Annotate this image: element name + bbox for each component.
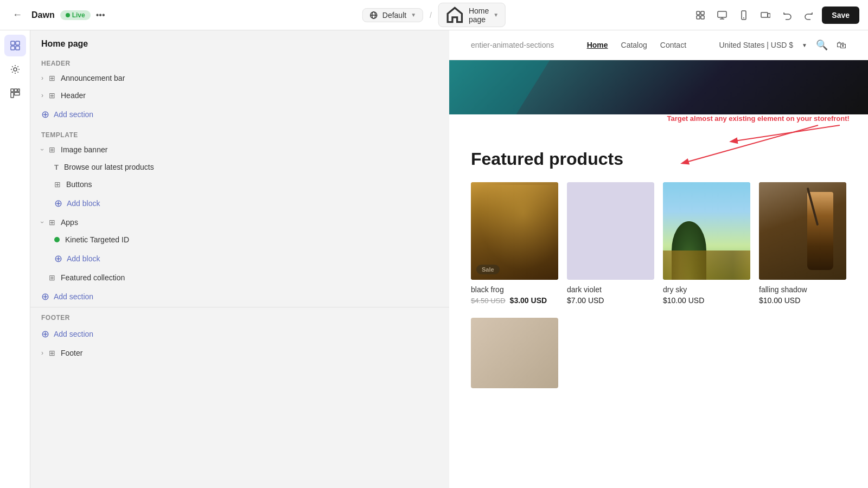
grid-icon7: ⊞ xyxy=(49,349,55,357)
price-falling-shadow: $10.00 USD xyxy=(759,296,800,305)
main-layout: Home page Header › ⊞ Announcement bar › … xyxy=(0,30,868,488)
chevron-right-icon2: › xyxy=(41,92,43,99)
price-dark-violet: $7.00 USD xyxy=(567,296,604,305)
product-prices-falling-shadow: $10.00 USD xyxy=(759,296,846,305)
green-dot-icon xyxy=(54,237,60,242)
featured-collection-label: Featured collection xyxy=(61,273,438,282)
sidebar-item-footer[interactable]: › ⊞ Footer xyxy=(30,344,449,362)
price-dry-sky: $10.00 USD xyxy=(663,296,704,305)
footer-group-label: Footer xyxy=(30,307,449,324)
svg-rect-14 xyxy=(11,41,15,45)
price-sale-black-frog: $3.00 USD xyxy=(510,296,547,305)
image-banner-add-block-button[interactable]: ⊕ Add block xyxy=(30,193,449,214)
search-icon[interactable]: 🔍 xyxy=(816,39,828,51)
home-page-label: Home page xyxy=(469,7,489,24)
svg-line-24 xyxy=(731,125,840,142)
product-prices-dark-violet: $7.00 USD xyxy=(567,296,654,305)
more-button[interactable]: ••• xyxy=(96,10,105,20)
globe-icon xyxy=(369,11,378,20)
svg-point-18 xyxy=(14,68,17,71)
sections-icon xyxy=(10,40,21,51)
product-name-dark-violet: dark violet xyxy=(567,285,654,294)
header-add-section-button[interactable]: ⊕ Add section xyxy=(30,104,449,125)
product-card-black-frog[interactable]: Sale black frog $4.50 USD $3.00 USD xyxy=(471,182,558,305)
grid-icon: ⊞ xyxy=(49,74,55,82)
mobile-icon xyxy=(739,10,749,20)
customize-icon-button[interactable] xyxy=(692,7,709,24)
grid-icon5: ⊞ xyxy=(49,218,55,227)
product-card-dry-sky[interactable]: dry sky $10.00 USD xyxy=(663,182,750,305)
store-nav-links: Home Catalog Contact xyxy=(587,41,686,49)
sidebar-item-kinetic[interactable]: Kinetic Targeted ID xyxy=(30,231,449,248)
sidebar-item-image-banner[interactable]: › ⊞ Image banner xyxy=(30,141,449,158)
products-second-row xyxy=(471,318,846,388)
redo-button[interactable] xyxy=(800,7,818,24)
devices-button[interactable] xyxy=(757,7,774,24)
default-selector[interactable]: Default ▼ xyxy=(362,8,423,22)
topbar: ← Dawn Live ••• Default ▼ / Home page ▼ xyxy=(0,0,868,30)
nav-link-home[interactable]: Home xyxy=(587,41,608,49)
template-group-label: Template xyxy=(30,125,449,141)
sections-rail-icon[interactable] xyxy=(4,35,26,56)
svg-point-11 xyxy=(743,17,744,18)
price-original-black-frog: $4.50 USD xyxy=(471,297,506,305)
product-card-bottom-1[interactable] xyxy=(471,318,558,388)
theme-name: Dawn xyxy=(31,10,55,20)
product-image-bottom-1 xyxy=(471,318,558,388)
footer-add-section-button[interactable]: ⊕ Add section xyxy=(30,324,449,344)
store-brand: entier-animated-sections xyxy=(471,41,554,49)
product-image-dark-violet xyxy=(567,182,654,280)
apps-rail-icon[interactable] xyxy=(4,82,26,104)
settings-rail-icon[interactable] xyxy=(4,59,26,80)
products-grid: Sale black frog $4.50 USD $3.00 USD dark… xyxy=(471,182,846,305)
product-card-falling-shadow[interactable]: falling shadow $10.00 USD xyxy=(759,182,846,305)
homepage-selector[interactable]: Home page ▼ xyxy=(438,3,506,27)
undo-button[interactable] xyxy=(778,7,796,24)
chevron-down-icon: ▼ xyxy=(411,12,416,18)
sidebar-title: Home page xyxy=(30,30,449,53)
product-name-black-frog: black frog xyxy=(471,285,558,294)
buttons-label: Buttons xyxy=(66,180,438,189)
header-add-section-label: Add section xyxy=(54,110,93,119)
apps-add-block-button[interactable]: ⊕ Add block xyxy=(30,248,449,269)
region-label: United States | USD $ xyxy=(719,41,793,49)
plus-icon4: ⊕ xyxy=(41,291,49,303)
save-button[interactable]: Save xyxy=(822,7,859,24)
sidebar-item-buttons[interactable]: ⊞ Buttons xyxy=(30,176,449,193)
browse-label: Browse our latest products xyxy=(64,163,438,171)
sidebar-item-featured-collection[interactable]: ⊞ Featured collection xyxy=(30,269,449,286)
sidebar-item-announcement-bar[interactable]: › ⊞ Announcement bar xyxy=(30,69,449,87)
customize-icon xyxy=(695,10,705,20)
product-image-falling-shadow xyxy=(759,182,846,280)
nav-link-contact[interactable]: Contact xyxy=(660,41,686,49)
sidebar-item-apps[interactable]: › ⊞ Apps xyxy=(30,214,449,231)
nav-link-catalog[interactable]: Catalog xyxy=(621,41,647,49)
chevron-down-icon2: ▼ xyxy=(493,12,499,18)
add-block-label: Add block xyxy=(67,199,100,208)
home-icon xyxy=(445,5,464,24)
redo-icon xyxy=(804,10,814,20)
svg-rect-7 xyxy=(718,11,726,17)
back-button[interactable]: ← xyxy=(9,7,26,24)
chevron-down-icon4: › xyxy=(39,221,46,223)
svg-rect-23 xyxy=(14,93,20,95)
apps-icon xyxy=(10,88,21,99)
multi-device-icon xyxy=(761,10,770,20)
featured-products-title: Featured products xyxy=(471,149,846,169)
topbar-left: ← Dawn Live ••• xyxy=(9,7,105,24)
sidebar-item-browse-text[interactable]: T Browse our latest products xyxy=(30,158,449,176)
product-name-dry-sky: dry sky xyxy=(663,285,750,294)
template-add-section-button[interactable]: ⊕ Add section xyxy=(30,286,449,307)
footer-label: Footer xyxy=(61,349,438,357)
product-card-dark-violet[interactable]: dark violet $7.00 USD xyxy=(567,182,654,305)
cart-icon[interactable]: 🛍 xyxy=(837,40,846,51)
sidebar-item-header[interactable]: › ⊞ Header xyxy=(30,87,449,104)
mobile-view-button[interactable] xyxy=(735,7,752,24)
product-prices-dry-sky: $10.00 USD xyxy=(663,296,750,305)
store-preview: entier-animated-sections Home Catalog Co… xyxy=(449,30,868,488)
product-prices-black-frog: $4.50 USD $3.00 USD xyxy=(471,296,558,305)
gear-icon xyxy=(10,64,21,75)
desktop-view-button[interactable] xyxy=(713,7,731,24)
apps-label: Apps xyxy=(61,218,438,227)
live-label: Live xyxy=(72,11,85,19)
